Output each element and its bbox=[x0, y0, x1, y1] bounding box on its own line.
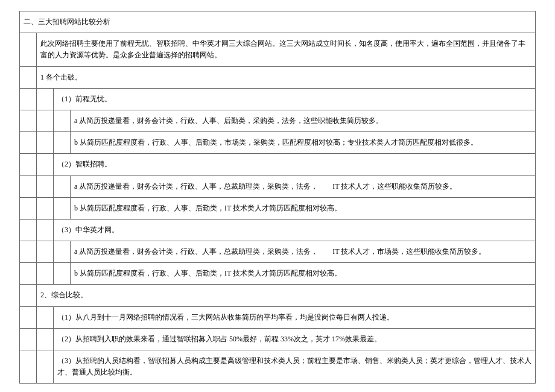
indent-cell bbox=[20, 154, 37, 175]
indent-cell bbox=[37, 263, 54, 285]
indent-cell bbox=[37, 241, 54, 263]
indent-cell bbox=[54, 110, 71, 131]
section2-p3-row: （3）从招聘的人员结构看，智联招募人员构成主要是高级管理和技术类人员；前程主要是… bbox=[20, 350, 536, 384]
item1-a-row: a 从简历投递量看，财务会计类，行政、人事、后勤类，采购类，法务，这些职能收集简… bbox=[20, 110, 536, 131]
item2-b-row: b 从简历匹配度程度看，行政、人事、后勤类，IT 技术类人才简历匹配度相对较高。 bbox=[20, 197, 536, 219]
indent-cell bbox=[20, 132, 37, 154]
section1-title: 1 各个击破。 bbox=[37, 66, 536, 88]
indent-cell bbox=[37, 154, 54, 175]
title-row: 二、三大招聘网站比较分析 bbox=[20, 11, 536, 33]
section2-p1: （1）从八月到十一月网络招聘的情况看，三大网站从收集简历的平均率看，均是没岗位每… bbox=[54, 306, 536, 328]
indent-cell bbox=[54, 197, 71, 219]
item3-title-row: （3）中华英才网。 bbox=[20, 219, 536, 241]
item2-title-row: （2）智联招聘。 bbox=[20, 154, 536, 175]
indent-cell bbox=[20, 328, 37, 350]
indent-cell bbox=[37, 197, 54, 219]
indent-cell bbox=[20, 219, 37, 241]
item1-b: b 从简历匹配度程度看，行政、人事、后勤类，市场类，采购类，匹配程度相对较高；专… bbox=[71, 132, 536, 154]
indent-cell bbox=[20, 241, 37, 263]
intro-row: 此次网络招聘主要使用了前程无忧、智联招聘、中华英才网三大综合网站。这三大网站成立… bbox=[20, 33, 536, 66]
indent-cell bbox=[37, 132, 54, 154]
section1-title-row: 1 各个击破。 bbox=[20, 66, 536, 88]
item1-title: （1）前程无忧。 bbox=[54, 88, 536, 110]
indent-cell bbox=[20, 88, 37, 110]
section2-title: 2、综合比较。 bbox=[37, 285, 536, 306]
title-cell: 二、三大招聘网站比较分析 bbox=[20, 11, 536, 33]
item1-title-row: （1）前程无忧。 bbox=[20, 88, 536, 110]
item2-title: （2）智联招聘。 bbox=[54, 154, 536, 175]
indent-cell bbox=[20, 197, 37, 219]
indent-cell bbox=[20, 110, 37, 131]
indent-cell bbox=[20, 285, 37, 306]
section2-p3: （3）从招聘的人员结构看，智联招募人员构成主要是高级管理和技术类人员；前程主要是… bbox=[54, 350, 536, 384]
indent-cell bbox=[37, 175, 54, 197]
item3-b: b 从简历匹配度程度看，行政、人事、后勤类，IT 技术类人才简历匹配度相对较高。 bbox=[71, 263, 536, 285]
indent-cell bbox=[20, 175, 37, 197]
indent-cell bbox=[37, 328, 54, 350]
indent-cell bbox=[20, 33, 37, 66]
section2-p2: （2）从招聘到入职的效果来看，通过智联招募入职占 50%最好，前程 33%次之，… bbox=[54, 328, 536, 350]
indent-cell bbox=[20, 306, 37, 328]
item3-a-row: a 从简历投递量看，财务会计类，行政、人事，总裁助理类，采购类，法务， IT 技… bbox=[20, 241, 536, 263]
item2-a: a 从简历投递量看，财务会计类，行政、人事，总裁助理类，采购类，法务， IT 技… bbox=[71, 175, 536, 197]
indent-cell bbox=[20, 350, 37, 384]
indent-cell bbox=[20, 66, 37, 88]
indent-cell bbox=[37, 306, 54, 328]
analysis-table: 二、三大招聘网站比较分析 此次网络招聘主要使用了前程无忧、智联招聘、中华英才网三… bbox=[19, 11, 536, 384]
indent-cell bbox=[37, 219, 54, 241]
section2-title-row: 2、综合比较。 bbox=[20, 285, 536, 306]
indent-cell bbox=[37, 110, 54, 131]
item1-a: a 从简历投递量看，财务会计类，行政、人事、后勤类，采购类，法务，这些职能收集简… bbox=[71, 110, 536, 131]
item3-b-row: b 从简历匹配度程度看，行政、人事、后勤类，IT 技术类人才简历匹配度相对较高。 bbox=[20, 263, 536, 285]
indent-cell bbox=[54, 241, 71, 263]
indent-cell bbox=[54, 132, 71, 154]
indent-cell bbox=[54, 263, 71, 285]
intro-cell: 此次网络招聘主要使用了前程无忧、智联招聘、中华英才网三大综合网站。这三大网站成立… bbox=[37, 33, 536, 66]
item2-a-row: a 从简历投递量看，财务会计类，行政、人事，总裁助理类，采购类，法务， IT 技… bbox=[20, 175, 536, 197]
section2-p2-row: （2）从招聘到入职的效果来看，通过智联招募入职占 50%最好，前程 33%次之，… bbox=[20, 328, 536, 350]
section2-p1-row: （1）从八月到十一月网络招聘的情况看，三大网站从收集简历的平均率看，均是没岗位每… bbox=[20, 306, 536, 328]
indent-cell bbox=[20, 263, 37, 285]
item1-b-row: b 从简历匹配度程度看，行政、人事、后勤类，市场类，采购类，匹配程度相对较高；专… bbox=[20, 132, 536, 154]
indent-cell bbox=[54, 175, 71, 197]
item3-title: （3）中华英才网。 bbox=[54, 219, 536, 241]
item3-a: a 从简历投递量看，财务会计类，行政、人事，总裁助理类，采购类，法务， IT 技… bbox=[71, 241, 536, 263]
item2-b: b 从简历匹配度程度看，行政、人事、后勤类，IT 技术类人才简历匹配度相对较高。 bbox=[71, 197, 536, 219]
indent-cell bbox=[37, 350, 54, 384]
indent-cell bbox=[37, 88, 54, 110]
